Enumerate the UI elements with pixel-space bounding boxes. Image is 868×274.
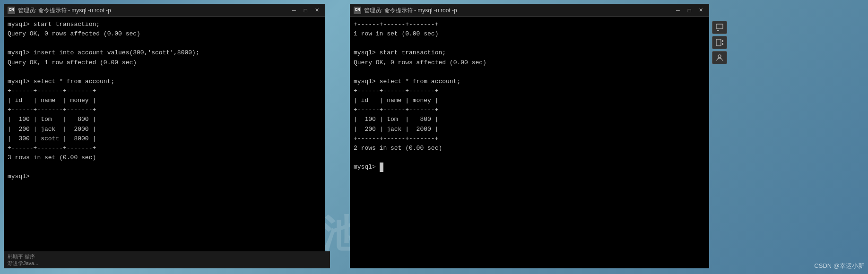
terminal-window-1: CN 管理员: 命令提示符 - mysql -u root -p ─ □ ✕ m… bbox=[4, 4, 325, 268]
term1-table-row-2: | 200 | jack | 2000 | bbox=[8, 125, 321, 134]
term2-table-row-2: | 200 | jack | 2000 | bbox=[354, 125, 705, 134]
csdn-watermark: CSDN @幸运小新 bbox=[814, 262, 864, 270]
term1-table-row-1: | 100 | tom | 800 | bbox=[8, 115, 321, 124]
term2-table-header: | id | name | money | bbox=[354, 96, 705, 105]
close-button-1[interactable]: ✕ bbox=[312, 7, 321, 14]
svg-rect-2 bbox=[716, 39, 721, 46]
term1-line-3 bbox=[8, 39, 321, 48]
scroll-icon-2[interactable] bbox=[712, 36, 727, 49]
term1-table-border-mid: +------+-------+-------+ bbox=[8, 105, 321, 115]
term2-table-border-bot: +------+------+-------+ bbox=[354, 134, 705, 144]
term1-line-7: mysql> select * from account; bbox=[8, 77, 321, 86]
term2-prompt-end: mysql> bbox=[354, 163, 705, 172]
term1-table-header: | id | name | money | bbox=[8, 96, 321, 105]
term1-line-2: Query OK, 0 rows affected (0.00 sec) bbox=[8, 29, 321, 39]
terminal-icon-2: CN bbox=[354, 7, 361, 14]
minimize-button-2[interactable]: ─ bbox=[673, 7, 683, 14]
term2-table-border-mid: +------+------+-------+ bbox=[354, 105, 705, 115]
svg-rect-0 bbox=[716, 24, 723, 29]
titlebar-controls-2: ─ □ ✕ bbox=[673, 7, 705, 14]
term2-line-5: Query OK, 0 rows affected (0.00 sec) bbox=[354, 58, 705, 68]
svg-rect-1 bbox=[717, 30, 719, 31]
terminal-icon-1: CN bbox=[8, 7, 15, 14]
term1-table-border-bot: +------+-------+-------+ bbox=[8, 144, 321, 153]
term1-prompt-end: mysql> bbox=[8, 172, 321, 181]
term2-line-blank bbox=[354, 153, 705, 163]
term2-rows-info: 2 rows in set (0.00 sec) bbox=[354, 144, 705, 153]
bottom-text-1: 韩顺平 循序 渐进学Java... bbox=[8, 253, 38, 267]
author-name: 韩顺平 循序 bbox=[8, 254, 35, 259]
bottom-bar-1: 韩顺平 循序 渐进学Java... bbox=[4, 251, 330, 268]
author-subtitle: 渐进学Java... bbox=[8, 260, 38, 266]
term1-table-row-3: | 300 | scott | 8000 | bbox=[8, 134, 321, 144]
term1-rows-info: 3 rows in set (0.00 sec) bbox=[8, 153, 321, 163]
titlebar-title-1: 管理员: 命令提示符 - mysql -u root -p bbox=[18, 6, 111, 15]
titlebar-2: CN 管理员: 命令提示符 - mysql -u root -p ─ □ ✕ bbox=[350, 4, 709, 17]
term2-line-2: 1 row in set (0.00 sec) bbox=[354, 29, 705, 39]
term2-line-1: +------+------+-------+ bbox=[354, 20, 705, 29]
svg-point-5 bbox=[718, 55, 721, 58]
term1-table-border-top: +------+-------+-------+ bbox=[8, 86, 321, 96]
term2-table-border-top: +------+------+-------+ bbox=[354, 86, 705, 96]
titlebar-1: CN 管理员: 命令提示符 - mysql -u root -p ─ □ ✕ bbox=[4, 4, 325, 17]
scroll-icon-3[interactable] bbox=[712, 51, 727, 64]
terminal-window-2: CN 管理员: 命令提示符 - mysql -u root -p ─ □ ✕ +… bbox=[350, 4, 709, 268]
terminal-body-2: +------+------+-------+ 1 row in set (0.… bbox=[350, 17, 709, 175]
titlebar-title-2: 管理员: 命令提示符 - mysql -u root -p bbox=[364, 6, 457, 15]
svg-rect-4 bbox=[722, 43, 723, 45]
term1-line-blank bbox=[8, 163, 321, 172]
titlebar-left-2: CN 管理员: 命令提示符 - mysql -u root -p bbox=[354, 6, 457, 15]
maximize-button-1[interactable]: □ bbox=[301, 7, 310, 14]
term2-line-4: mysql> start transaction; bbox=[354, 48, 705, 58]
terminal-body-1: mysql> start transaction; Query OK, 0 ro… bbox=[4, 17, 325, 184]
term2-table-row-1: | 100 | tom | 800 | bbox=[354, 115, 705, 124]
minimize-button-1[interactable]: ─ bbox=[289, 7, 299, 14]
term2-line-3 bbox=[354, 39, 705, 48]
term1-line-4: mysql> insert into account values(300,'s… bbox=[8, 48, 321, 58]
titlebar-left-1: CN 管理员: 命令提示符 - mysql -u root -p bbox=[8, 6, 111, 15]
titlebar-controls-1: ─ □ ✕ bbox=[289, 7, 321, 14]
term2-line-7: mysql> select * from account; bbox=[354, 77, 705, 86]
term1-line-6 bbox=[8, 68, 321, 77]
svg-rect-3 bbox=[722, 40, 723, 42]
term1-line-1: mysql> start transaction; bbox=[8, 20, 321, 29]
close-button-2[interactable]: ✕ bbox=[696, 7, 705, 14]
term1-line-5: Query OK, 1 row affected (0.00 sec) bbox=[8, 58, 321, 68]
scroll-icon-1[interactable] bbox=[712, 21, 727, 34]
maximize-button-2[interactable]: □ bbox=[685, 7, 694, 14]
term2-line-6 bbox=[354, 68, 705, 77]
